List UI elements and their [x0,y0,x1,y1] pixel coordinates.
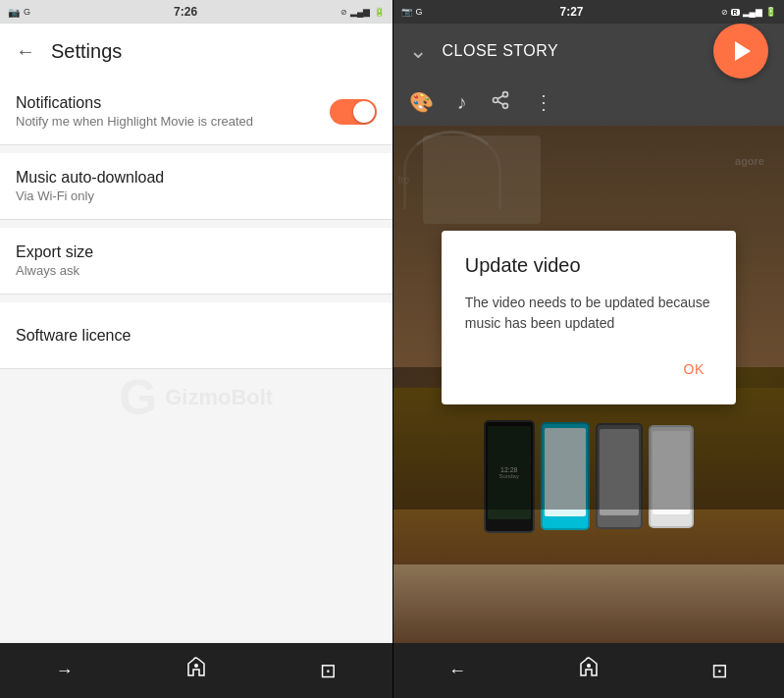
right-panel: 📷 G 7:27 ⊘ R ▂▄▆ 🔋 ⌄ CLOSE STORY 🎨 ♪ ⋮ [393,0,785,698]
dialog-title: Update video [465,254,712,277]
svg-point-3 [502,103,507,108]
right-screenshot-icon: 📷 [401,7,412,17]
right-signal-bars: ▂▄▆ [743,7,762,17]
bottom-nav-left: ← ⊡ [0,643,392,698]
back-button[interactable]: ← [16,40,35,63]
left-status-icons: 📷 G [8,7,30,18]
svg-point-1 [502,91,507,96]
dialog-body: The video needs to be updated because mu… [465,293,712,334]
left-panel: 📷 G 7:26 ⊘ ▂▄▆ 🔋 ← Settings Notification… [0,0,392,698]
right-r-badge: R [731,9,740,16]
svg-point-2 [493,97,497,102]
watermark: G GizmoBolt [119,369,273,426]
toggle-knob [353,101,375,123]
watermark-g-icon: G [119,369,157,426]
dialog-ok-button[interactable]: OK [676,357,712,381]
right-g-icon: G [416,7,423,17]
notifications-sublabel: Notify me when Highlight Movie is create… [16,114,253,129]
right-status-icons-left: 📷 G [401,7,423,17]
export-label: Export size [16,243,93,261]
divider-3 [0,295,392,302]
bottom-nav-right: ← ⊡ [393,643,785,698]
app-bar-left: ← Settings [0,24,392,79]
nav-recent-left[interactable]: ⊡ [320,659,337,682]
svg-line-4 [497,101,503,104]
right-no-signal: ⊘ [721,8,728,17]
page-title: Settings [51,40,122,63]
status-bar-left: 📷 G 7:26 ⊘ ▂▄▆ 🔋 [0,0,392,24]
play-icon [735,41,751,61]
play-button[interactable] [713,24,768,79]
music-label: Music auto-download [16,169,164,187]
settings-list: Notifications Notify me when Highlight M… [0,79,392,643]
share-icon[interactable] [491,90,510,115]
update-video-dialog: Update video The video needs to be updat… [442,231,736,404]
nav-recent-right[interactable]: ⊡ [711,659,728,682]
nav-home-right[interactable] [577,656,601,685]
right-battery: 🔋 [765,7,776,17]
left-signal-bars: ▂▄▆ [350,7,370,17]
music-icon[interactable]: ♪ [457,91,467,114]
more-icon[interactable]: ⋮ [534,90,553,114]
svg-line-5 [497,95,503,98]
status-bar-right: 📷 G 7:27 ⊘ R ▂▄▆ 🔋 [393,0,785,24]
settings-item-export[interactable]: Export size Always ask [0,228,392,295]
right-time: 7:27 [560,5,584,19]
notifications-label: Notifications [16,94,253,112]
nav-back-right[interactable]: ← [448,661,466,681]
dialog-overlay: Update video The video needs to be updat… [393,126,785,510]
nav-back-left[interactable]: ← [56,661,74,681]
toolbar-right: 🎨 ♪ ⋮ [393,79,785,126]
divider-1 [0,145,392,153]
svg-point-0 [194,664,198,668]
bottom-video-strip [393,564,785,643]
palette-icon[interactable]: 🎨 [409,90,434,114]
export-sublabel: Always ask [16,263,93,278]
chevron-down-icon[interactable]: ⌄ [409,38,427,64]
settings-item-music[interactable]: Music auto-download Via Wi-Fi only [0,153,392,220]
screenshot-icon: 📷 [8,7,20,18]
left-battery: 🔋 [374,7,385,17]
notifications-toggle[interactable] [330,99,377,125]
nav-home-left[interactable] [184,656,208,685]
settings-item-licence[interactable]: Software licence [0,302,392,369]
dialog-actions: OK [465,357,712,381]
watermark-text: GizmoBolt [165,385,273,410]
licence-label: Software licence [16,327,131,345]
svg-point-6 [587,664,591,668]
g-icon: G [24,7,30,17]
left-no-signal: ⊘ [340,8,347,17]
watermark-area: G GizmoBolt [0,369,392,426]
music-sublabel: Via Wi-Fi only [16,188,164,203]
left-time: 7:26 [174,5,197,19]
video-area: agore fro 12:28 Sunday [393,126,785,564]
settings-item-notifications[interactable]: Notifications Notify me when Highlight M… [0,79,392,145]
divider-2 [0,220,392,228]
